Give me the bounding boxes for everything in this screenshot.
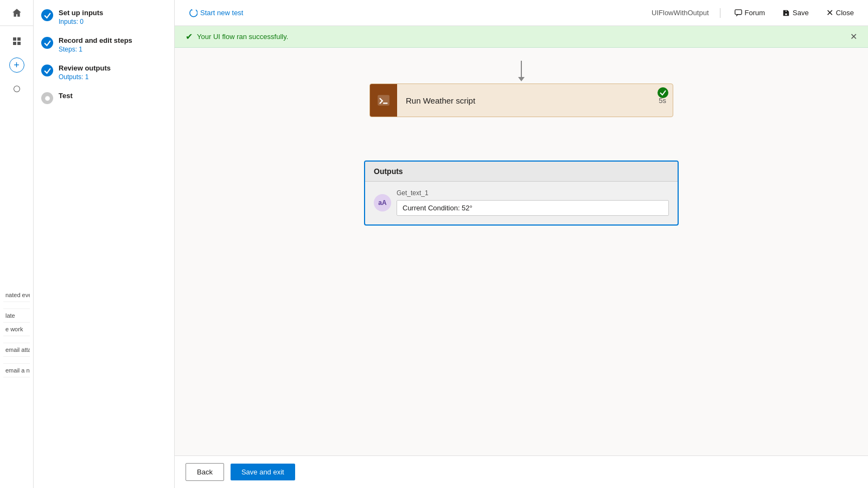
output-avatar: aA bbox=[374, 194, 391, 211]
action-card[interactable]: Run Weather script 5s bbox=[369, 84, 673, 117]
partial-item-6: email atta bbox=[3, 343, 30, 357]
partial-item-2 bbox=[3, 302, 30, 309]
connector-line-top bbox=[521, 61, 522, 77]
partial-item-4: e work bbox=[3, 323, 30, 336]
svg-rect-5 bbox=[735, 9, 741, 14]
step-title-4: Test bbox=[59, 92, 73, 100]
step-sub-1: Inputs: 0 bbox=[59, 18, 103, 25]
partial-text-area: nated event late e work email atta email… bbox=[0, 286, 33, 380]
svg-rect-2 bbox=[13, 42, 16, 45]
step-title-3: Review outputs bbox=[59, 64, 111, 72]
save-icon bbox=[782, 9, 790, 17]
step-text-2: Record and edit steps Steps: 1 bbox=[59, 36, 132, 53]
close-x-icon: ✕ bbox=[826, 8, 833, 18]
step-text-1: Set up inputs Inputs: 0 bbox=[59, 9, 103, 25]
connector-arrowhead-top bbox=[518, 77, 525, 81]
add-button[interactable]: + bbox=[9, 57, 24, 73]
step-circle-1 bbox=[41, 9, 53, 21]
action-card-title: Run Weather script bbox=[397, 96, 652, 105]
script-icon bbox=[376, 93, 391, 107]
step-circle-2 bbox=[41, 37, 53, 49]
success-message: Your UI flow ran successfully. bbox=[197, 33, 288, 41]
svg-rect-0 bbox=[13, 37, 16, 41]
nav-icon-1[interactable] bbox=[6, 78, 28, 100]
step-circle-3 bbox=[41, 65, 53, 76]
action-card-icon bbox=[370, 84, 397, 117]
output-field-label: Get_text_1 bbox=[397, 189, 669, 197]
success-close-button[interactable]: ✕ bbox=[850, 31, 857, 42]
outputs-container: Outputs aA Get_text_1 bbox=[364, 160, 679, 226]
partial-item-1: nated event bbox=[3, 288, 30, 302]
partial-item-7 bbox=[3, 357, 30, 364]
save-label: Save bbox=[793, 9, 809, 17]
outputs-header: Outputs bbox=[365, 162, 678, 182]
top-bar: Start new test UIFlowWithOutput Forum Sa… bbox=[175, 0, 868, 26]
step-sub-3: Outputs: 1 bbox=[59, 73, 111, 81]
step-title-1: Set up inputs bbox=[59, 9, 103, 17]
forum-button[interactable]: Forum bbox=[731, 7, 769, 19]
svg-rect-6 bbox=[378, 95, 390, 106]
flow-canvas: Run Weather script 5s Outputs aA Get_tex… bbox=[175, 48, 868, 455]
outputs-body: aA Get_text_1 bbox=[365, 182, 678, 224]
connector-arrow-top bbox=[518, 61, 525, 81]
left-panel-top bbox=[0, 0, 33, 26]
close-button[interactable]: ✕ Close bbox=[823, 5, 857, 20]
left-panel-icons: + bbox=[0, 26, 33, 100]
step-text-4: Test bbox=[59, 92, 73, 100]
svg-rect-1 bbox=[17, 37, 21, 41]
partial-item-3: late bbox=[3, 309, 30, 323]
main-content: Start new test UIFlowWithOutput Forum Sa… bbox=[175, 0, 868, 488]
top-bar-right: UIFlowWithOutput Forum Save ✕ Close bbox=[652, 5, 857, 20]
step-review-outputs: Review outputs Outputs: 1 bbox=[41, 64, 167, 81]
close-label: Close bbox=[836, 9, 854, 17]
step-setup-inputs: Set up inputs Inputs: 0 bbox=[41, 9, 167, 25]
check-icon bbox=[660, 89, 666, 96]
start-new-test-button[interactable]: Start new test bbox=[186, 7, 246, 20]
step-title-2: Record and edit steps bbox=[59, 36, 132, 44]
svg-point-4 bbox=[45, 96, 50, 101]
svg-rect-3 bbox=[17, 42, 21, 45]
back-button[interactable]: Back bbox=[186, 463, 224, 481]
step-sub-2: Steps: 1 bbox=[59, 46, 132, 53]
step-text-3: Review outputs Outputs: 1 bbox=[59, 64, 111, 81]
partial-item-8: email a n bbox=[3, 364, 30, 377]
start-new-test-label: Start new test bbox=[200, 9, 243, 17]
app-title: UIFlowWithOutput bbox=[652, 9, 709, 17]
success-banner-content: ✔ Your UI flow ran successfully. bbox=[186, 31, 288, 42]
success-banner: ✔ Your UI flow ran successfully. ✕ bbox=[175, 26, 868, 48]
steps-panel: Set up inputs Inputs: 0 Record and edit … bbox=[34, 0, 175, 488]
forum-icon bbox=[735, 9, 742, 17]
step-record-edit: Record and edit steps Steps: 1 bbox=[41, 36, 167, 53]
output-field-input[interactable] bbox=[397, 200, 669, 216]
save-button[interactable]: Save bbox=[779, 7, 812, 19]
step-circle-4 bbox=[41, 92, 53, 104]
avatar-text: aA bbox=[378, 199, 386, 207]
forum-label: Forum bbox=[745, 9, 765, 17]
refresh-icon bbox=[189, 9, 197, 17]
output-field-area: Get_text_1 bbox=[397, 189, 669, 216]
home-icon[interactable] bbox=[6, 2, 28, 24]
bottom-toolbar: Back Save and exit bbox=[175, 455, 868, 488]
step-test: Test bbox=[41, 92, 167, 104]
partial-item-5 bbox=[3, 336, 30, 343]
save-exit-button[interactable]: Save and exit bbox=[231, 464, 295, 480]
action-card-check bbox=[658, 87, 668, 98]
left-panel: + nated event late e work email atta ema… bbox=[0, 0, 34, 488]
top-bar-left: Start new test bbox=[186, 7, 246, 20]
success-icon: ✔ bbox=[186, 31, 193, 42]
grid-icon[interactable] bbox=[6, 30, 28, 52]
